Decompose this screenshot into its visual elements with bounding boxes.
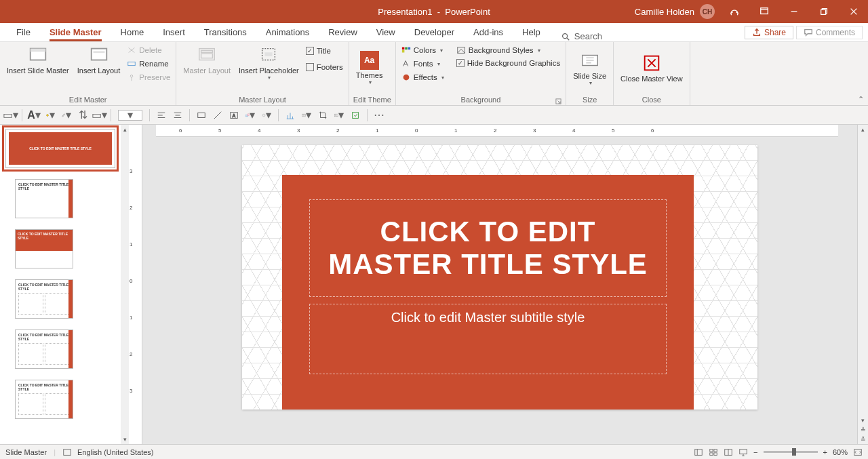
tab-transitions[interactable]: Transitions [195, 24, 256, 41]
themes-button[interactable]: Aa Themes▾ [353, 49, 386, 87]
tab-review[interactable]: Review [319, 24, 367, 41]
svg-rect-32 [353, 112, 359, 118]
tab-developer[interactable]: Developer [405, 24, 464, 41]
footers-checkbox[interactable]: Footers [304, 62, 344, 72]
svg-rect-37 [710, 452, 713, 455]
layout-thumbnail-4[interactable]: CLICK TO EDIT MASTER TITLE STYLE [15, 330, 73, 369]
zoom-out-button[interactable]: − [753, 448, 757, 456]
prev-slide-icon[interactable]: ≙ [859, 425, 867, 435]
slideshow-view-icon[interactable] [738, 447, 748, 457]
zoom-level[interactable]: 60% [833, 448, 848, 456]
ribbon: Insert Slide Master Insert Layout Delete… [0, 42, 868, 106]
chart-icon[interactable] [285, 111, 295, 120]
layout-thumbnail-1[interactable]: CLICK TO EDIT MASTER TITLE STYLE [15, 179, 73, 218]
layout-thumbnail-3[interactable]: CLICK TO EDIT MASTER TITLE STYLE [15, 279, 73, 319]
style-picker[interactable]: ▾ [118, 110, 142, 121]
group-edit-theme: Aa Themes▾ Edit Theme [349, 42, 396, 105]
scroll-up-icon[interactable]: ▴ [860, 125, 866, 134]
tab-help[interactable]: Help [513, 24, 550, 41]
spellcheck-icon[interactable] [62, 447, 72, 457]
textbox-icon[interactable]: A [229, 111, 239, 120]
share-button[interactable]: Share [745, 26, 793, 39]
normal-view-icon[interactable] [694, 447, 703, 457]
selection-pane-icon[interactable] [351, 111, 360, 120]
status-bar: Slide Master | English (United States) −… [0, 444, 868, 459]
align-menu-icon[interactable]: ▭▾ [5, 111, 15, 120]
crop-icon[interactable] [318, 111, 328, 120]
master-title-placeholder[interactable]: CLICK TO EDIT MASTER TITLE STYLE [309, 199, 667, 297]
maximize-button[interactable] [814, 0, 834, 23]
tab-home[interactable]: Home [111, 24, 154, 41]
dialog-launcher-icon[interactable] [555, 98, 561, 104]
more-commands-icon[interactable]: ⋯ [374, 111, 384, 120]
title-checkbox[interactable]: ✓ Title [304, 46, 344, 56]
insert-layout-button[interactable]: Insert Layout [75, 43, 123, 76]
tab-slide-master[interactable]: Slide Master [40, 24, 111, 41]
arrange-icon[interactable]: ▭▾ [94, 111, 104, 120]
tab-file[interactable]: File [7, 24, 40, 41]
scroll-down-icon[interactable]: ▾ [122, 435, 128, 444]
thumbnail-pane: CLICK TO EDIT MASTER TITLE STYLE CLICK T… [0, 125, 129, 444]
layout-thumbnail-5[interactable]: CLICK TO EDIT MASTER TITLE STYLE [15, 380, 73, 419]
language-label[interactable]: English (United States) [77, 448, 154, 456]
layout-thumbnail-2[interactable]: CLICK TO EDIT MASTER TITLE STYLE [15, 229, 73, 268]
line-shape-icon[interactable] [213, 111, 222, 120]
insert-placeholder-button[interactable]: Insert Placeholder▾ [236, 43, 302, 82]
colors-button[interactable]: Colors▾ [400, 45, 446, 56]
ribbon-display-icon[interactable] [754, 0, 774, 23]
tab-animations[interactable]: Animations [256, 24, 319, 41]
font-color-icon[interactable]: A▾ [29, 111, 39, 120]
tell-me-search[interactable]: Search [561, 31, 602, 41]
slide-size-button[interactable]: Slide Size▾ [570, 49, 609, 87]
tab-insert[interactable]: Insert [153, 24, 195, 41]
slide-master-thumbnail[interactable]: CLICK TO EDIT MASTER TITLE STYLE [5, 129, 115, 168]
fit-to-window-icon[interactable] [853, 447, 863, 457]
fonts-button[interactable]: Fonts▾ [400, 58, 446, 69]
search-icon [561, 32, 570, 41]
user-account[interactable]: Camille Holden CH [635, 4, 715, 19]
minimize-button[interactable] [784, 0, 804, 23]
picture-icon[interactable]: ▾ [334, 111, 344, 120]
reading-view-icon[interactable] [724, 447, 733, 457]
align-center-icon[interactable] [173, 111, 182, 120]
close-master-view-button[interactable]: Close Master View [618, 52, 686, 84]
svg-rect-40 [740, 449, 747, 454]
preserve-button: Preserve [125, 72, 172, 83]
tab-addins[interactable]: Add-ins [464, 24, 513, 41]
zoom-slider[interactable] [764, 451, 818, 453]
svg-point-28 [262, 114, 265, 117]
fill-color-icon[interactable]: ▾ [45, 111, 55, 120]
next-slide-icon[interactable]: ≚ [859, 435, 867, 444]
tab-view[interactable]: View [367, 24, 405, 41]
align-left-icon[interactable] [157, 111, 166, 120]
vertical-ruler: 3 2 1 0 1 2 3 [129, 125, 142, 444]
close-button[interactable] [844, 0, 864, 23]
thumbnail-scrollbar[interactable]: ▴ ▾ [121, 125, 129, 444]
table-icon[interactable]: ▾ [302, 111, 311, 120]
hide-bg-checkbox[interactable]: ✓ Hide Background Graphics [455, 58, 561, 68]
comments-button[interactable]: Comments [796, 26, 863, 39]
collapse-ribbon-button[interactable]: ⌃ [858, 95, 864, 104]
effects-button[interactable]: Effects▾ [400, 72, 446, 83]
outline-color-icon[interactable]: ▾ [62, 111, 71, 120]
background-styles-button[interactable]: Background Styles▾ [455, 45, 561, 56]
scroll-down-icon[interactable]: ▾ [860, 416, 866, 425]
bg-styles-icon [456, 45, 466, 55]
vertical-scrollbar[interactable]: ▴ ▾ ≙ ≚ [857, 125, 868, 444]
svg-rect-15 [405, 47, 408, 50]
svg-point-18 [403, 75, 409, 81]
sort-icon[interactable]: ⇅ [78, 111, 87, 120]
master-subtitle-placeholder[interactable]: Click to edit Master subtitle style [309, 304, 667, 374]
shapes-menu-icon[interactable]: ▾ [245, 111, 255, 120]
slide-canvas[interactable]: CLICK TO EDIT MASTER TITLE STYLE Click t… [242, 145, 757, 410]
coming-soon-icon[interactable] [724, 0, 745, 23]
svg-rect-33 [64, 449, 71, 455]
rename-button[interactable]: Rename [125, 58, 172, 69]
sorter-view-icon[interactable] [709, 447, 718, 457]
rectangle-shape-icon[interactable] [197, 111, 206, 120]
zoom-in-button[interactable]: + [823, 448, 827, 456]
svg-rect-1 [821, 9, 826, 14]
scroll-up-icon[interactable]: ▴ [122, 125, 128, 134]
insert-slide-master-button[interactable]: Insert Slide Master [4, 43, 72, 76]
circle-icon[interactable]: ▾ [262, 111, 271, 120]
